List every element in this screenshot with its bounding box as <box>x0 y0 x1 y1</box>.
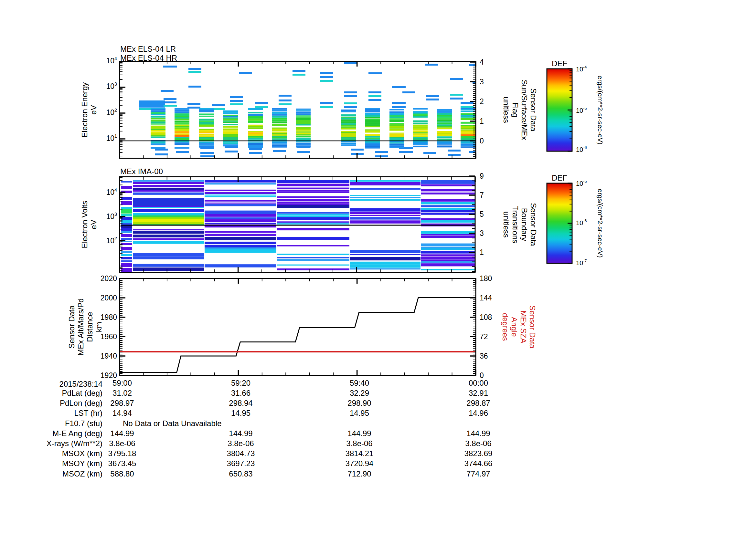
els-burst-stripe <box>365 142 380 143</box>
els-burst-stripe <box>341 127 356 128</box>
table-value: 14.94 <box>113 409 132 418</box>
els-burst-stripe <box>437 109 452 111</box>
els-burst-stripe <box>248 112 263 114</box>
ima-right-tick: 5 <box>480 210 484 218</box>
ima-stripe <box>133 257 204 259</box>
ima-title: MEx IMA-00 <box>120 167 163 176</box>
ima-stripe <box>421 251 475 253</box>
ima-stripe <box>350 254 420 255</box>
els-burst-stripe <box>296 120 310 122</box>
els-dash <box>279 95 291 97</box>
ima-stripe <box>204 214 276 217</box>
els-burst-stripe <box>199 144 214 146</box>
els-dash <box>448 150 461 151</box>
els-burst-stripe <box>272 128 287 129</box>
axis-label-line: Sensor Data <box>529 88 538 132</box>
els-dash <box>212 104 225 106</box>
els-burst-stripe <box>272 116 287 117</box>
ima-special-stripe <box>133 219 204 222</box>
ima-special-stripe <box>133 217 204 219</box>
ima-col0-stripe <box>121 207 132 209</box>
els-burst-stripe <box>296 133 310 134</box>
ima-stripe <box>133 264 204 267</box>
els-burst-stripe <box>296 144 310 146</box>
axis-label-line: Sensor Data <box>529 203 538 246</box>
ima-stripe <box>277 191 349 193</box>
els-burst-stripe <box>199 134 214 135</box>
els-burst-stripe <box>365 120 380 122</box>
els-burst-stripe <box>413 138 428 140</box>
ima-special-stripe <box>133 216 204 217</box>
els-burst-stripe <box>248 134 263 136</box>
els-burst-stripe <box>296 116 310 118</box>
els-burst-stripe <box>365 122 380 124</box>
ima-stripe <box>277 188 349 189</box>
ima-special-stripe <box>277 222 349 224</box>
els-burst-stripe <box>413 113 428 115</box>
els-burst-stripe <box>390 142 404 144</box>
els-burst-stripe <box>365 111 380 113</box>
els-burst-stripe <box>272 108 287 110</box>
axis-label-line: Transitions <box>511 206 520 243</box>
ima-stripe <box>277 217 349 220</box>
ima-stripe <box>133 235 204 237</box>
els-burst-stripe <box>413 125 428 127</box>
els-burst-stripe <box>296 130 310 132</box>
els-burst-stripe <box>365 147 380 149</box>
els-burst-stripe <box>199 129 214 130</box>
table-value: 298.94 <box>229 399 253 407</box>
ima-right-tick: 3 <box>480 229 484 238</box>
els-burst-stripe <box>150 111 166 113</box>
els-dash <box>249 148 262 150</box>
axis-label-line: Electron Energy <box>80 82 89 138</box>
ima-stripe <box>277 196 349 198</box>
els-dash <box>402 91 415 93</box>
axis-label-line: eV <box>89 220 98 229</box>
table-row-label: MSOX (km) <box>62 449 102 458</box>
els-burst-stripe <box>248 121 263 123</box>
ima-stripe <box>350 199 420 201</box>
els-burst-stripe <box>437 139 452 140</box>
table-value: 712.90 <box>347 470 371 478</box>
els-burst-stripe <box>437 126 452 127</box>
axis-label-line: Angle <box>510 317 519 337</box>
els-dash <box>375 155 388 157</box>
els-dash <box>320 76 333 78</box>
els-burst-stripe <box>296 132 310 133</box>
els-ytick: 104 <box>106 56 117 65</box>
els-burst-stripe <box>390 115 404 117</box>
els-burst-stripe <box>413 123 428 124</box>
els-burst-stripe <box>199 146 214 148</box>
els-burst-stripe <box>437 133 452 134</box>
els-burst-stripe <box>248 118 263 120</box>
els-burst-stripe <box>150 141 166 143</box>
plot-frame <box>120 278 476 375</box>
els-burst-stripe <box>272 138 287 140</box>
ima-stripe <box>133 182 204 184</box>
ima-stripe <box>421 205 475 207</box>
els-burst-stripe <box>413 134 428 135</box>
els-burst-stripe <box>175 115 189 116</box>
els-burst-stripe <box>413 120 428 122</box>
els-dash <box>255 102 268 104</box>
els-burst-stripe <box>272 136 287 137</box>
els-burst-stripe <box>413 129 428 130</box>
table-value: 3720.94 <box>345 459 374 468</box>
ima-stripe <box>421 189 475 191</box>
els-burst-stripe <box>175 128 189 129</box>
els-burst-stripe <box>223 115 238 116</box>
table-value: 144.99 <box>347 429 371 438</box>
ima-stripe <box>204 204 276 206</box>
shape: 10 <box>106 237 114 245</box>
els-burst-stripe <box>341 119 356 121</box>
els-burst-stripe <box>175 147 189 149</box>
ima-stripe <box>350 220 420 223</box>
ima-stripe <box>277 268 349 270</box>
els-burst-stripe <box>413 132 428 134</box>
els-burst-stripe <box>437 116 452 118</box>
els-burst-stripe <box>437 143 452 145</box>
els-burst-stripe <box>437 111 452 113</box>
ima-stripe <box>350 265 420 268</box>
els-burst-stripe <box>365 145 380 146</box>
axis-label-line: unitless <box>502 97 511 123</box>
